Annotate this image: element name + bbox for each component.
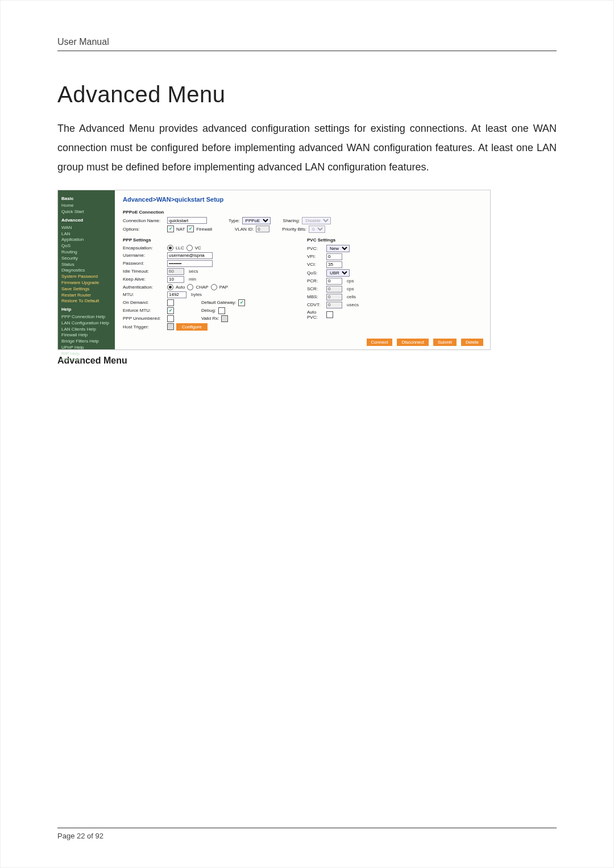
scr-unit: cps (347, 286, 354, 291)
auth-chap-label: CHAP (196, 285, 208, 290)
connection-name-input[interactable] (167, 217, 207, 224)
auth-auto-radio[interactable] (167, 284, 173, 290)
basic-group: Basic (61, 196, 118, 202)
pvc-label: PVC: (307, 246, 324, 251)
connection-name-label: Connection Name: (123, 218, 165, 223)
qos-select[interactable]: UBR (326, 269, 350, 277)
debug-checkbox[interactable] (218, 307, 225, 314)
sidebar-item-firmware-upgrade[interactable]: Firmware Upgrade (61, 280, 118, 286)
encap-llc-radio[interactable] (167, 245, 173, 251)
firewall-label: Firewall (196, 227, 212, 232)
cdvt-input (326, 302, 342, 308)
sidebar-item-application[interactable]: Application (61, 237, 118, 243)
vpi-label: VPI: (307, 254, 324, 259)
vlan-label: VLAN ID: (235, 227, 254, 232)
sidebar-item-wan[interactable]: WAN (61, 225, 118, 231)
ondemand-checkbox[interactable] (167, 299, 174, 306)
submit-button[interactable]: Submit (433, 339, 457, 346)
vci-input[interactable] (326, 261, 342, 268)
pcr-input[interactable] (326, 278, 342, 285)
encap-vc-label: VC (195, 245, 201, 251)
encap-llc-label: LLC (176, 245, 184, 251)
advanced-group: Advanced (61, 218, 118, 224)
help-item-firewall[interactable]: Firewall Help (61, 332, 118, 339)
sidebar-item-quickstart[interactable]: Quick Start (61, 209, 118, 215)
cdvt-unit: usecs (347, 302, 359, 307)
delete-button[interactable]: Delete (461, 339, 483, 346)
default-gateway-checkbox[interactable] (238, 299, 245, 306)
firewall-checkbox[interactable] (187, 226, 194, 232)
ondemand-label: On Demand: (123, 300, 165, 305)
help-item-rip[interactable]: RIP Help (61, 351, 118, 357)
sidebar-item-security[interactable]: Security (61, 256, 118, 262)
encap-label: Encapsulation: (123, 245, 165, 251)
sharing-select[interactable]: Disable (302, 217, 331, 224)
sidebar-item-status[interactable]: Status (61, 262, 118, 268)
autopvc-checkbox[interactable] (326, 311, 333, 318)
sidebar-item-save-settings[interactable]: Save Settings (61, 286, 118, 293)
password-input[interactable] (167, 260, 213, 267)
keep-label: Keep Alive: (123, 277, 165, 282)
sidebar-item-restart-router[interactable]: Restart Router (61, 293, 118, 299)
help-item-upnp[interactable]: UPnP Help (61, 345, 118, 351)
help-item-lanconfig[interactable]: LAN Configuration Help (61, 320, 118, 327)
help-item-ppp[interactable]: PPP Connection Help (61, 314, 118, 320)
priority-select: 0 (309, 226, 325, 233)
host-trigger-label: Host Trigger: (123, 324, 165, 329)
ppp-unnum-checkbox[interactable] (167, 315, 174, 322)
priority-label: Priority Bits: (282, 227, 306, 232)
sidebar-item-diagnostics[interactable]: Diagnostics (61, 268, 118, 274)
intro-paragraph: The Advanced Menu provides advanced conf… (57, 119, 557, 177)
auth-pap-radio[interactable] (211, 284, 217, 290)
encap-vc-radio[interactable] (186, 245, 193, 251)
idle-input (167, 268, 184, 275)
vlan-input (256, 226, 269, 232)
enforce-mtu-checkbox[interactable] (167, 307, 174, 314)
keep-unit: min (189, 277, 196, 282)
configure-button[interactable]: Configure (176, 323, 208, 331)
help-item-bridge[interactable]: Bridge Filters Help (61, 339, 118, 345)
mtu-input[interactable] (167, 291, 186, 298)
auth-chap-radio[interactable] (187, 284, 193, 290)
sidebar-item-restore-default[interactable]: Restore To Default (61, 298, 118, 304)
qos-label: QoS: (307, 270, 324, 276)
enforce-mtu-label: Enforce MTU: (123, 308, 165, 313)
default-gateway-label: Default Gateway: (201, 300, 236, 305)
sidebar-item-home[interactable]: Home (61, 203, 118, 209)
auth-auto-label: Auto (176, 285, 185, 290)
keep-input[interactable] (167, 276, 184, 283)
pvc-select[interactable]: New (326, 245, 350, 252)
page-title: Advanced Menu (57, 82, 557, 107)
mbs-input (326, 294, 342, 301)
nat-checkbox[interactable] (167, 226, 174, 232)
idle-label: Idle Timeout: (123, 269, 165, 274)
mbs-label: MBS: (307, 294, 324, 299)
help-item-qos[interactable]: QoS Help (61, 357, 118, 363)
header-rule (57, 51, 557, 51)
idle-unit: secs (189, 269, 198, 274)
doc-header: User Manual (57, 37, 557, 47)
scr-label: SCR: (307, 286, 324, 291)
type-select[interactable]: PPPoE (242, 217, 271, 224)
pcr-label: PCR: (307, 278, 324, 283)
mtu-label: MTU: (123, 292, 165, 297)
page-number: Page 22 of 92 (57, 832, 557, 840)
type-label: Type: (229, 218, 240, 223)
username-input[interactable] (167, 252, 213, 259)
sidebar-item-routing[interactable]: Routing (61, 249, 118, 256)
validrx-checkbox (221, 315, 228, 322)
sidebar-item-system-password[interactable]: System Password (61, 274, 118, 280)
help-group: Help (61, 307, 118, 313)
cdvt-label: CDVT: (307, 302, 324, 307)
breadcrumb: Advanced>WAN>quickstart Setup (123, 196, 484, 203)
disconnect-button[interactable]: Disconnect (397, 339, 429, 346)
validrx-label: Valid Rx: (201, 316, 219, 321)
vpi-input[interactable] (326, 253, 342, 260)
help-item-lanclients[interactable]: LAN Clients Help (61, 327, 118, 333)
mbs-unit: cells (347, 294, 356, 299)
sidebar-item-qos[interactable]: QoS (61, 243, 118, 249)
options-label: Options: (123, 227, 165, 232)
debug-label: Debug: (201, 308, 216, 313)
connect-button[interactable]: Connect (367, 339, 393, 346)
sidebar-item-lan[interactable]: LAN (61, 231, 118, 237)
